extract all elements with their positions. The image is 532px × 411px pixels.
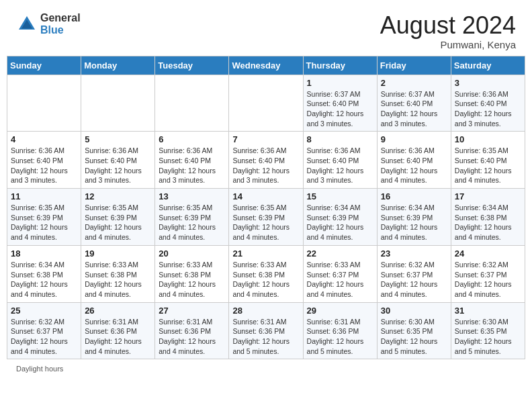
calendar-cell: 22Sunrise: 6:33 AM Sunset: 6:37 PM Dayli… xyxy=(303,245,377,302)
calendar-week-2: 4Sunrise: 6:36 AM Sunset: 6:40 PM Daylig… xyxy=(7,132,525,189)
day-info: Sunrise: 6:34 AM Sunset: 6:39 PM Dayligh… xyxy=(307,203,373,242)
day-number: 29 xyxy=(307,306,373,316)
day-info: Sunrise: 6:35 AM Sunset: 6:39 PM Dayligh… xyxy=(85,203,151,242)
day-number: 6 xyxy=(159,134,225,144)
title-block: August 2024 Pumwani, Kenya xyxy=(380,12,516,50)
day-number: 7 xyxy=(232,134,299,144)
day-info: Sunrise: 6:35 AM Sunset: 6:40 PM Dayligh… xyxy=(455,146,521,185)
calendar-wrap: Sunday Monday Tuesday Wednesday Thursday… xyxy=(0,56,532,360)
page-header: General Blue August 2024 Pumwani, Kenya xyxy=(0,0,532,56)
day-info: Sunrise: 6:34 AM Sunset: 6:38 PM Dayligh… xyxy=(11,260,77,300)
logo-icon xyxy=(16,13,38,35)
day-number: 4 xyxy=(11,134,77,144)
day-number: 21 xyxy=(232,248,299,259)
calendar-week-4: 18Sunrise: 6:34 AM Sunset: 6:38 PM Dayli… xyxy=(7,245,525,302)
col-saturday: Saturday xyxy=(451,56,525,75)
day-number: 27 xyxy=(159,306,225,316)
calendar-cell: 31Sunrise: 6:30 AM Sunset: 6:35 PM Dayli… xyxy=(451,302,525,359)
calendar-cell: 6Sunrise: 6:36 AM Sunset: 6:40 PM Daylig… xyxy=(155,132,229,189)
day-info: Sunrise: 6:36 AM Sunset: 6:40 PM Dayligh… xyxy=(159,146,225,185)
day-number: 24 xyxy=(455,248,521,259)
calendar-cell: 3Sunrise: 6:36 AM Sunset: 6:40 PM Daylig… xyxy=(451,75,525,132)
day-number: 31 xyxy=(455,306,521,316)
calendar-week-3: 11Sunrise: 6:35 AM Sunset: 6:39 PM Dayli… xyxy=(7,189,525,246)
day-number: 1 xyxy=(307,78,373,88)
day-info: Sunrise: 6:37 AM Sunset: 6:40 PM Dayligh… xyxy=(307,89,373,129)
day-number: 15 xyxy=(307,191,373,201)
calendar-cell: 20Sunrise: 6:33 AM Sunset: 6:38 PM Dayli… xyxy=(155,245,229,302)
calendar-cell: 7Sunrise: 6:36 AM Sunset: 6:40 PM Daylig… xyxy=(229,132,303,189)
day-info: Sunrise: 6:30 AM Sunset: 6:35 PM Dayligh… xyxy=(381,317,447,357)
logo-general: General xyxy=(40,12,81,24)
day-number: 26 xyxy=(85,306,151,316)
month-year: August 2024 xyxy=(380,12,516,39)
day-info: Sunrise: 6:35 AM Sunset: 6:39 PM Dayligh… xyxy=(232,203,299,242)
col-monday: Monday xyxy=(81,56,155,75)
day-number: 17 xyxy=(455,191,521,201)
day-number: 20 xyxy=(159,248,225,259)
calendar-cell: 2Sunrise: 6:37 AM Sunset: 6:40 PM Daylig… xyxy=(377,75,451,132)
calendar-cell xyxy=(229,75,303,132)
day-info: Sunrise: 6:31 AM Sunset: 6:36 PM Dayligh… xyxy=(307,317,373,357)
calendar-cell: 13Sunrise: 6:35 AM Sunset: 6:39 PM Dayli… xyxy=(155,189,229,246)
calendar-cell: 17Sunrise: 6:34 AM Sunset: 6:38 PM Dayli… xyxy=(451,189,525,246)
day-number: 10 xyxy=(455,134,521,144)
calendar-cell: 18Sunrise: 6:34 AM Sunset: 6:38 PM Dayli… xyxy=(7,245,81,302)
day-info: Sunrise: 6:30 AM Sunset: 6:35 PM Dayligh… xyxy=(455,317,521,357)
calendar-cell: 9Sunrise: 6:36 AM Sunset: 6:40 PM Daylig… xyxy=(377,132,451,189)
calendar-cell: 5Sunrise: 6:36 AM Sunset: 6:40 PM Daylig… xyxy=(81,132,155,189)
calendar-body: 1Sunrise: 6:37 AM Sunset: 6:40 PM Daylig… xyxy=(7,75,525,359)
col-wednesday: Wednesday xyxy=(229,56,303,75)
day-info: Sunrise: 6:34 AM Sunset: 6:38 PM Dayligh… xyxy=(455,203,521,242)
header-row: Sunday Monday Tuesday Wednesday Thursday… xyxy=(7,56,525,75)
day-info: Sunrise: 6:36 AM Sunset: 6:40 PM Dayligh… xyxy=(455,89,521,129)
calendar-cell xyxy=(81,75,155,132)
day-info: Sunrise: 6:32 AM Sunset: 6:37 PM Dayligh… xyxy=(11,317,77,357)
footer: Daylight hours xyxy=(0,359,532,378)
day-number: 23 xyxy=(381,248,447,259)
calendar-cell: 26Sunrise: 6:31 AM Sunset: 6:36 PM Dayli… xyxy=(81,302,155,359)
day-number: 5 xyxy=(85,134,151,144)
calendar-cell: 19Sunrise: 6:33 AM Sunset: 6:38 PM Dayli… xyxy=(81,245,155,302)
day-info: Sunrise: 6:35 AM Sunset: 6:39 PM Dayligh… xyxy=(11,203,77,242)
calendar-cell: 24Sunrise: 6:32 AM Sunset: 6:37 PM Dayli… xyxy=(451,245,525,302)
day-info: Sunrise: 6:33 AM Sunset: 6:38 PM Dayligh… xyxy=(159,260,225,300)
day-number: 2 xyxy=(381,78,447,88)
calendar-week-1: 1Sunrise: 6:37 AM Sunset: 6:40 PM Daylig… xyxy=(7,75,525,132)
calendar-cell: 14Sunrise: 6:35 AM Sunset: 6:39 PM Dayli… xyxy=(229,189,303,246)
day-number: 30 xyxy=(381,306,447,316)
logo: General Blue xyxy=(16,12,81,36)
calendar-cell: 21Sunrise: 6:33 AM Sunset: 6:38 PM Dayli… xyxy=(229,245,303,302)
day-info: Sunrise: 6:35 AM Sunset: 6:39 PM Dayligh… xyxy=(159,203,225,242)
day-info: Sunrise: 6:31 AM Sunset: 6:36 PM Dayligh… xyxy=(232,317,299,357)
calendar-cell: 25Sunrise: 6:32 AM Sunset: 6:37 PM Dayli… xyxy=(7,302,81,359)
day-info: Sunrise: 6:32 AM Sunset: 6:37 PM Dayligh… xyxy=(381,260,447,300)
day-number: 16 xyxy=(381,191,447,201)
day-info: Sunrise: 6:37 AM Sunset: 6:40 PM Dayligh… xyxy=(381,89,447,129)
day-number: 28 xyxy=(232,306,299,316)
day-info: Sunrise: 6:31 AM Sunset: 6:36 PM Dayligh… xyxy=(85,317,151,357)
day-number: 12 xyxy=(85,191,151,201)
calendar-cell: 10Sunrise: 6:35 AM Sunset: 6:40 PM Dayli… xyxy=(451,132,525,189)
col-friday: Friday xyxy=(377,56,451,75)
day-info: Sunrise: 6:33 AM Sunset: 6:38 PM Dayligh… xyxy=(232,260,299,300)
day-info: Sunrise: 6:36 AM Sunset: 6:40 PM Dayligh… xyxy=(11,146,77,185)
logo-blue: Blue xyxy=(40,24,81,36)
calendar-table: Sunday Monday Tuesday Wednesday Thursday… xyxy=(7,56,525,360)
col-thursday: Thursday xyxy=(303,56,377,75)
calendar-cell: 15Sunrise: 6:34 AM Sunset: 6:39 PM Dayli… xyxy=(303,189,377,246)
day-number: 11 xyxy=(11,191,77,201)
day-info: Sunrise: 6:33 AM Sunset: 6:38 PM Dayligh… xyxy=(85,260,151,300)
day-number: 9 xyxy=(381,134,447,144)
day-info: Sunrise: 6:32 AM Sunset: 6:37 PM Dayligh… xyxy=(455,260,521,300)
calendar-cell: 4Sunrise: 6:36 AM Sunset: 6:40 PM Daylig… xyxy=(7,132,81,189)
calendar-cell: 11Sunrise: 6:35 AM Sunset: 6:39 PM Dayli… xyxy=(7,189,81,246)
calendar-cell: 23Sunrise: 6:32 AM Sunset: 6:37 PM Dayli… xyxy=(377,245,451,302)
day-info: Sunrise: 6:36 AM Sunset: 6:40 PM Dayligh… xyxy=(381,146,447,185)
calendar-cell: 12Sunrise: 6:35 AM Sunset: 6:39 PM Dayli… xyxy=(81,189,155,246)
daylight-hours-label: Daylight hours xyxy=(16,365,63,373)
day-info: Sunrise: 6:34 AM Sunset: 6:39 PM Dayligh… xyxy=(381,203,447,242)
col-sunday: Sunday xyxy=(7,56,81,75)
day-number: 13 xyxy=(159,191,225,201)
day-info: Sunrise: 6:36 AM Sunset: 6:40 PM Dayligh… xyxy=(307,146,373,185)
